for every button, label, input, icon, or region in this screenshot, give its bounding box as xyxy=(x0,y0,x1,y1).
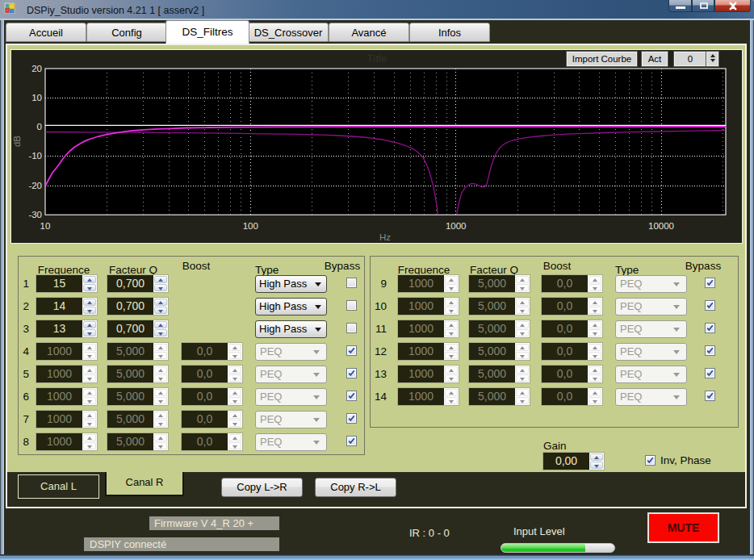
svg-text:Title: Title xyxy=(367,52,387,65)
svg-text:-10: -10 xyxy=(28,151,42,161)
svg-text:-30: -30 xyxy=(28,210,42,219)
svg-text:10000: 10000 xyxy=(648,221,674,231)
svg-text:10: 10 xyxy=(40,221,51,231)
svg-text:1000: 1000 xyxy=(446,221,467,231)
svg-text:dB: dB xyxy=(12,136,22,147)
svg-text:20: 20 xyxy=(31,64,42,73)
svg-text:Hz: Hz xyxy=(379,232,391,242)
svg-text:-20: -20 xyxy=(28,181,42,190)
svg-text:0: 0 xyxy=(37,122,42,132)
svg-text:10: 10 xyxy=(31,93,42,102)
svg-text:100: 100 xyxy=(243,221,258,231)
